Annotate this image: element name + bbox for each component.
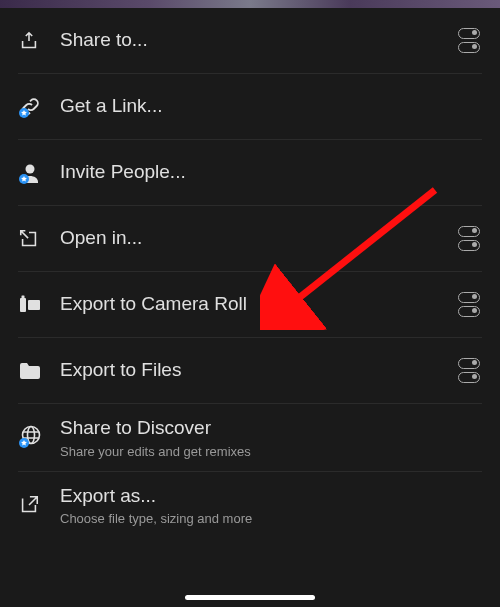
options-toggle-icon[interactable] — [458, 28, 482, 53]
link-icon — [18, 95, 60, 119]
menu-item-export-camera-roll[interactable]: Export to Camera Roll — [18, 272, 482, 338]
camera-roll-icon — [18, 294, 60, 316]
options-toggle-icon[interactable] — [458, 226, 482, 251]
background-image-sliver — [0, 0, 500, 8]
menu-item-invite-people[interactable]: Invite People... — [18, 140, 482, 206]
menu-item-sublabel: Choose file type, sizing and more — [60, 511, 482, 526]
menu-item-label: Open in... — [60, 226, 458, 251]
export-as-icon — [18, 494, 60, 516]
menu-item-label: Get a Link... — [60, 94, 482, 119]
share-icon — [18, 30, 60, 52]
menu-item-open-in[interactable]: Open in... — [18, 206, 482, 272]
menu-item-label: Invite People... — [60, 160, 482, 185]
svg-rect-5 — [28, 300, 40, 310]
menu-item-label: Share to Discover — [60, 416, 482, 441]
open-in-icon — [18, 228, 60, 250]
svg-rect-4 — [22, 295, 25, 298]
folder-icon — [18, 361, 60, 381]
menu-item-label: Export to Files — [60, 358, 458, 383]
invite-icon — [18, 161, 60, 185]
menu-item-export-files[interactable]: Export to Files — [18, 338, 482, 404]
options-toggle-icon[interactable] — [458, 358, 482, 383]
menu-item-share-discover[interactable]: Share to Discover Share your edits and g… — [18, 404, 482, 472]
share-export-menu: Share to... Get a Link... — [0, 8, 500, 538]
menu-item-label: Export as... — [60, 484, 482, 509]
home-indicator[interactable] — [185, 595, 315, 600]
menu-item-label: Share to... — [60, 28, 458, 53]
svg-point-1 — [26, 164, 35, 173]
menu-item-get-link[interactable]: Get a Link... — [18, 74, 482, 140]
menu-item-share-to[interactable]: Share to... — [18, 8, 482, 74]
menu-item-export-as[interactable]: Export as... Choose file type, sizing an… — [18, 472, 482, 539]
menu-item-sublabel: Share your edits and get remixes — [60, 444, 482, 459]
globe-icon — [18, 424, 60, 450]
svg-rect-3 — [20, 298, 26, 312]
menu-item-label: Export to Camera Roll — [60, 292, 458, 317]
options-toggle-icon[interactable] — [458, 292, 482, 317]
